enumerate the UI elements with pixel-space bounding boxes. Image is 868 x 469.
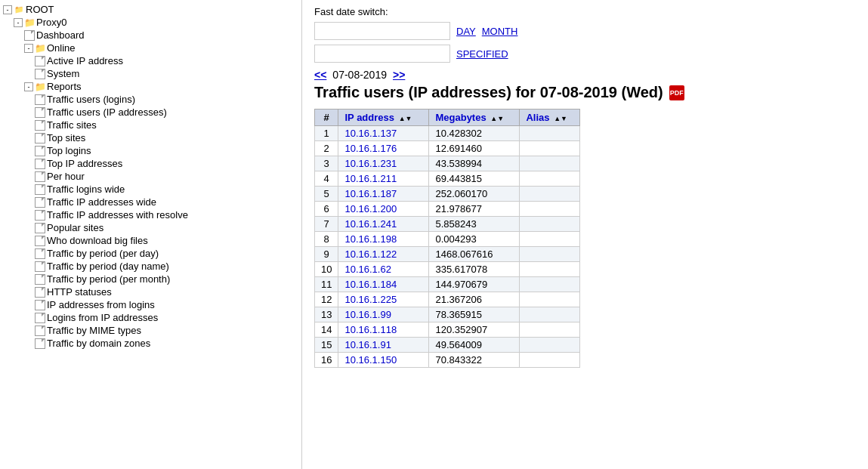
pdf-icon[interactable]: PDF — [669, 85, 684, 100]
reports-link[interactable]: Reports — [47, 81, 82, 92]
sidebar-item-19[interactable]: Traffic by domain zones — [3, 337, 298, 350]
sidebar-item-6[interactable]: Per hour — [3, 170, 298, 183]
ip-link[interactable]: 10.16.1.137 — [344, 128, 397, 139]
row-alias — [520, 292, 580, 307]
reports-folder-icon: 📁 — [35, 82, 45, 92]
ip-link[interactable]: 10.16.1.99 — [344, 309, 391, 320]
row-mb: 10.428302 — [429, 126, 520, 141]
sidebar-item-9[interactable]: Traffic IP addresses with resolve — [3, 208, 298, 221]
day-link[interactable]: DAY — [456, 26, 476, 37]
ip-link[interactable]: 10.16.1.225 — [344, 294, 397, 305]
sidebar-item-14[interactable]: Traffic by period (per month) — [3, 273, 298, 285]
sidebar-icon-1 — [35, 107, 45, 118]
ip-link[interactable]: 10.16.1.122 — [344, 248, 397, 260]
th-mb[interactable]: Megabytes ▲▼ — [429, 110, 520, 126]
sidebar-icon-12 — [35, 248, 45, 259]
sidebar-item-online[interactable]: - 📁 Online — [3, 42, 298, 54]
row-mb: 78.365915 — [429, 307, 520, 322]
row-ip: 10.16.1.150 — [338, 353, 429, 368]
th-num[interactable]: # — [315, 110, 338, 126]
sidebar-item-2[interactable]: Traffic sites — [3, 119, 298, 131]
expand-reports[interactable]: - — [24, 82, 33, 91]
sidebar-link-16[interactable]: IP addresses from logins — [47, 299, 155, 310]
ip-link[interactable]: 10.16.1.150 — [344, 354, 397, 366]
sidebar-item-root[interactable]: - 📁 ROOT — [3, 3, 298, 16]
sidebar-link-6[interactable]: Per hour — [47, 171, 85, 182]
system-link[interactable]: System — [47, 68, 79, 79]
sidebar-link-13[interactable]: Traffic by period (day name) — [47, 261, 169, 272]
specified-link[interactable]: SPECIFIED — [456, 48, 508, 60]
sidebar-item-0[interactable]: Traffic users (logins) — [3, 93, 298, 106]
sidebar-link-2[interactable]: Traffic sites — [47, 119, 97, 131]
sidebar-item-12[interactable]: Traffic by period (per day) — [3, 247, 298, 260]
ip-sort-link[interactable]: IP address — [344, 112, 394, 123]
sidebar-link-17[interactable]: Logins from IP addresses — [47, 312, 158, 323]
expand-proxy[interactable]: - — [14, 18, 23, 27]
sidebar-link-4[interactable]: Top logins — [47, 145, 91, 156]
sidebar-item-18[interactable]: Traffic by MIME types — [3, 324, 298, 337]
prev-link[interactable]: << — [314, 69, 326, 81]
sidebar-item-17[interactable]: Logins from IP addresses — [3, 311, 298, 324]
sidebar-link-18[interactable]: Traffic by MIME types — [47, 325, 141, 336]
sidebar-link-12[interactable]: Traffic by period (per day) — [47, 248, 159, 259]
sidebar-link-19[interactable]: Traffic by domain zones — [47, 338, 150, 349]
ip-link[interactable]: 10.16.1.200 — [344, 203, 397, 214]
expand-online[interactable]: - — [24, 44, 33, 53]
online-link[interactable]: Online — [47, 42, 76, 54]
next-link[interactable]: >> — [393, 69, 405, 81]
sidebar-item-8[interactable]: Traffic IP addresses wide — [3, 196, 298, 208]
sidebar-link-7[interactable]: Traffic logins wide — [47, 184, 125, 195]
mb-sort-link[interactable]: Megabytes — [435, 112, 486, 123]
ip-link[interactable]: 10.16.1.198 — [344, 233, 397, 245]
sidebar-icon-9 — [35, 210, 45, 221]
expand-root[interactable]: - — [3, 5, 12, 14]
sidebar-item-16[interactable]: IP addresses from logins — [3, 298, 298, 311]
active-ip-link[interactable]: Active IP address — [47, 55, 123, 66]
sidebar-link-11[interactable]: Who download big files — [47, 235, 148, 246]
date-input-2[interactable] — [314, 45, 450, 63]
th-ip[interactable]: IP address ▲▼ — [338, 110, 429, 126]
sidebar-item-proxy[interactable]: - 📁 Proxy0 — [3, 16, 298, 29]
sidebar-link-3[interactable]: Top sites — [47, 132, 85, 143]
sidebar-item-1[interactable]: Traffic users (IP addresses) — [3, 106, 298, 119]
row-alias — [520, 262, 580, 277]
ip-link[interactable]: 10.16.1.91 — [344, 339, 391, 350]
ip-link[interactable]: 10.16.1.176 — [344, 143, 397, 154]
dashboard-link[interactable]: Dashboard — [36, 29, 85, 41]
alias-sort-link[interactable]: Alias — [526, 112, 549, 123]
sidebar-item-10[interactable]: Popular sites — [3, 221, 298, 234]
date-input-1[interactable] — [314, 22, 450, 40]
sidebar-item-system[interactable]: System — [3, 67, 298, 80]
ip-link[interactable]: 10.16.1.231 — [344, 158, 397, 169]
sidebar-link-14[interactable]: Traffic by period (per month) — [47, 273, 170, 285]
sidebar-item-7[interactable]: Traffic logins wide — [3, 183, 298, 196]
sidebar-item-13[interactable]: Traffic by period (day name) — [3, 260, 298, 273]
sidebar-link-5[interactable]: Top IP addresses — [47, 158, 122, 169]
ip-link[interactable]: 10.16.1.211 — [344, 173, 397, 184]
sidebar-link-0[interactable]: Traffic users (logins) — [47, 94, 135, 105]
ip-link[interactable]: 10.16.1.118 — [344, 324, 397, 335]
th-alias[interactable]: Alias ▲▼ — [520, 110, 580, 126]
sidebar-link-15[interactable]: HTTP statuses — [47, 286, 112, 298]
sidebar-item-4[interactable]: Top logins — [3, 144, 298, 157]
sidebar-item-3[interactable]: Top sites — [3, 131, 298, 144]
sidebar-link-1[interactable]: Traffic users (IP addresses) — [47, 106, 167, 118]
sidebar-item-reports[interactable]: - 📁 Reports — [3, 80, 298, 93]
sidebar-item-active-ip[interactable]: Active IP address — [3, 54, 298, 67]
ip-link[interactable]: 10.16.1.241 — [344, 218, 397, 230]
sidebar-link-8[interactable]: Traffic IP addresses wide — [47, 196, 156, 208]
table-row: 410.16.1.21169.443815 — [315, 171, 580, 187]
month-link[interactable]: MONTH — [482, 26, 518, 37]
sidebar-item-11[interactable]: Who download big files — [3, 234, 298, 247]
sidebar-link-9[interactable]: Traffic IP addresses with resolve — [47, 209, 188, 221]
root-link[interactable]: ROOT — [26, 4, 54, 15]
ip-link[interactable]: 10.16.1.187 — [344, 188, 397, 199]
ip-link[interactable]: 10.16.1.184 — [344, 279, 397, 290]
sidebar-item-15[interactable]: HTTP statuses — [3, 285, 298, 298]
sidebar-item-5[interactable]: Top IP addresses — [3, 157, 298, 170]
proxy-link[interactable]: Proxy0 — [36, 17, 66, 28]
ip-link[interactable]: 10.16.1.62 — [344, 264, 391, 275]
sidebar-link-10[interactable]: Popular sites — [47, 222, 103, 233]
system-page-icon — [35, 69, 45, 79]
sidebar-item-dashboard[interactable]: Dashboard — [3, 29, 298, 42]
